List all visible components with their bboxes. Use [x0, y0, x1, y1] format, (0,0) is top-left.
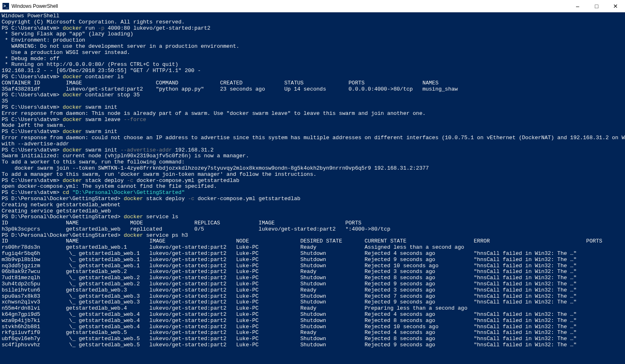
- window-titlebar: >_ Windows PowerShell – □ ✕: [0, 0, 625, 12]
- terminal-output[interactable]: Windows PowerShellCopyright (C) Microsof…: [0, 12, 625, 364]
- powershell-icon: >_: [2, 3, 9, 9]
- close-button[interactable]: ✕: [606, 0, 625, 12]
- maximize-button[interactable]: □: [587, 0, 606, 12]
- minimize-button[interactable]: –: [568, 0, 587, 12]
- window-title: Windows PowerShell: [12, 3, 58, 9]
